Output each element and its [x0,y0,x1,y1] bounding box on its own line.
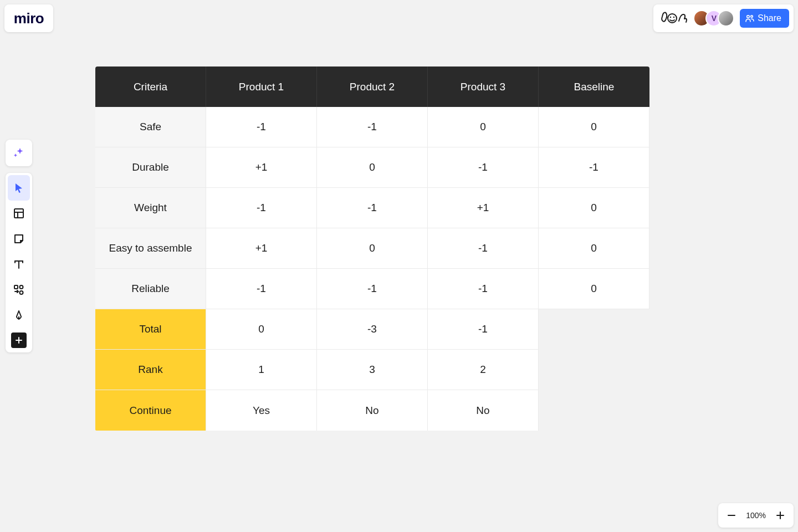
value-cell[interactable]: No [428,390,539,431]
cursor-icon [13,182,25,194]
text-icon [13,258,25,270]
shapes-tool[interactable] [8,277,30,303]
topbar: V Share [653,4,794,32]
value-cell[interactable]: -1 [428,309,539,350]
summary-label-cell[interactable]: Total [95,309,206,350]
sparkle-icon [12,146,25,160]
value-cell[interactable]: 0 [206,309,317,350]
svg-rect-12 [14,285,18,289]
avatar-letter: V [712,14,717,23]
value-cell[interactable]: -1 [317,188,428,228]
text-tool[interactable] [8,252,30,277]
value-cell[interactable]: No [317,390,428,431]
zoom-in-button[interactable] [771,507,789,524]
value-cell[interactable]: -1 [206,188,317,228]
value-cell[interactable]: -1 [206,269,317,309]
table-row: Total 0 -3 -1 [95,309,539,350]
header-cell[interactable]: Baseline [539,66,649,107]
value-cell[interactable]: -1 [317,269,428,309]
criteria-cell[interactable]: Safe [95,107,206,147]
more-tools-button[interactable] [11,332,27,348]
zoom-out-button[interactable] [723,507,740,524]
reactions-icon[interactable] [660,11,688,25]
header-cell[interactable]: Criteria [95,66,206,107]
value-cell[interactable]: 0 [539,107,649,147]
plus-icon [775,510,785,520]
zoom-level[interactable]: 100% [743,511,769,520]
value-cell[interactable]: 0 [317,228,428,269]
criteria-cell[interactable]: Durable [95,147,206,188]
minus-icon [727,510,736,520]
svg-point-2 [673,17,674,18]
svg-point-1 [670,17,671,18]
templates-tool[interactable] [8,201,30,226]
table-row: Reliable -1 -1 -1 0 [95,269,649,309]
table-row: Easy to assemble +1 0 -1 0 [95,228,649,269]
value-cell[interactable]: +1 [428,188,539,228]
header-cell[interactable]: Product 1 [206,66,317,107]
svg-point-13 [20,285,23,289]
svg-point-4 [751,16,753,18]
value-cell[interactable]: 2 [428,350,539,390]
summary-label-cell[interactable]: Continue [95,390,206,431]
svg-rect-5 [14,209,23,218]
value-cell[interactable]: -1 [428,228,539,269]
table-row: Durable +1 0 -1 -1 [95,147,649,188]
tool-palette [6,173,32,352]
value-cell[interactable]: 0 [539,269,649,309]
zoom-controls: 100% [718,503,794,528]
value-cell[interactable]: -3 [317,309,428,350]
table-row: Safe -1 -1 0 0 [95,107,649,147]
collaborator-avatars[interactable]: V [693,10,734,27]
svg-point-3 [747,16,750,18]
table-row: Continue Yes No No [95,390,539,431]
layout-icon [13,207,25,219]
value-cell[interactable]: +1 [206,147,317,188]
sticky-note-tool[interactable] [8,226,30,252]
header-cell[interactable]: Product 2 [317,66,428,107]
value-cell[interactable]: 1 [206,350,317,390]
criteria-cell[interactable]: Easy to assemble [95,228,206,269]
criteria-cell[interactable]: Reliable [95,269,206,309]
table-row: Rank 1 3 2 [95,350,539,390]
share-button[interactable]: Share [740,9,789,28]
value-cell[interactable]: 0 [539,228,649,269]
value-cell[interactable]: +1 [206,228,317,269]
table-row: Weight -1 -1 +1 0 [95,188,649,228]
pen-icon [13,309,25,321]
value-cell[interactable]: 3 [317,350,428,390]
table-header-row: Criteria Product 1 Product 2 Product 3 B… [95,66,649,107]
brand-logo[interactable]: miro [4,4,53,32]
value-cell[interactable]: Yes [206,390,317,431]
value-cell[interactable]: -1 [539,147,649,188]
value-cell[interactable]: 0 [317,147,428,188]
svg-point-14 [20,291,23,294]
summary-label-cell[interactable]: Rank [95,350,206,390]
shapes-icon [13,284,25,296]
svg-point-0 [668,14,677,23]
select-tool[interactable] [8,175,30,201]
pugh-matrix-table[interactable]: Criteria Product 1 Product 2 Product 3 B… [95,66,649,431]
pen-tool[interactable] [8,303,30,328]
plus-icon [15,336,23,344]
people-icon [745,14,754,23]
ai-assist-button[interactable] [6,140,32,166]
value-cell[interactable]: -1 [428,147,539,188]
value-cell[interactable]: -1 [317,107,428,147]
share-label: Share [758,13,781,23]
value-cell[interactable]: -1 [428,269,539,309]
brand-logo-text: miro [14,10,44,27]
avatar[interactable] [718,10,734,27]
value-cell[interactable]: 0 [428,107,539,147]
value-cell[interactable]: 0 [539,188,649,228]
header-cell[interactable]: Product 3 [428,66,539,107]
criteria-cell[interactable]: Weight [95,188,206,228]
sticky-note-icon [13,233,25,245]
value-cell[interactable]: -1 [206,107,317,147]
